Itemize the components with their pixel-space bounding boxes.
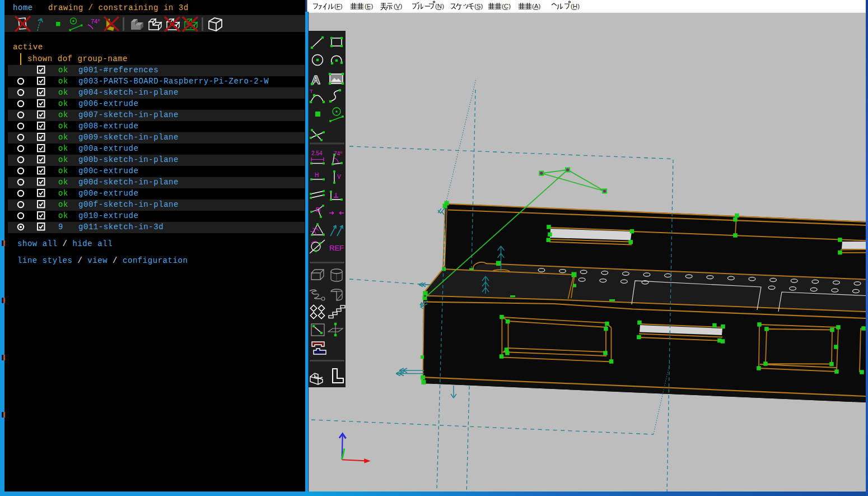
svg-text:(H): (H) (571, 3, 580, 10)
svg-text:(V): (V) (394, 3, 403, 10)
svg-text:H: H (315, 172, 319, 178)
svg-text:(N): (N) (435, 3, 444, 10)
svg-text:(F): (F) (334, 3, 343, 10)
svg-text:(C): (C) (502, 3, 511, 10)
svg-text:(S): (S) (474, 3, 483, 10)
svg-text:2.54: 2.54 (311, 150, 323, 156)
svg-text:(A): (A) (532, 3, 541, 10)
svg-text:REF: REF (329, 244, 344, 252)
svg-text:T: T (310, 89, 313, 94)
svg-text:74°: 74° (91, 18, 100, 25)
svg-text:(E): (E) (365, 3, 374, 10)
svg-text:V: V (337, 174, 341, 180)
